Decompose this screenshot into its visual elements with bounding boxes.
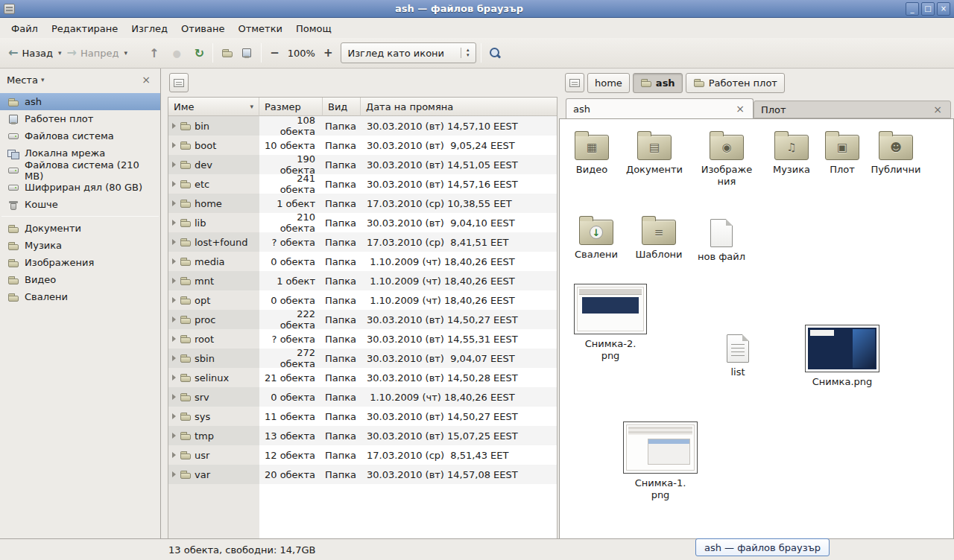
- expander-icon[interactable]: [172, 181, 176, 187]
- file-row[interactable]: mnt 1 обект Папка 1.10.2009 (чт) 18,40,2…: [168, 271, 557, 290]
- expander-icon[interactable]: [172, 394, 176, 400]
- home-button[interactable]: [218, 43, 237, 63]
- expander-icon[interactable]: [172, 452, 176, 458]
- icon-image-snimka-1[interactable]: Снимка-1.png: [619, 421, 701, 501]
- sidebar-close-icon[interactable]: ×: [139, 74, 154, 86]
- file-row[interactable]: home 1 обект Папка 17.03.2010 (ср) 10,38…: [168, 194, 557, 213]
- sidebar-item-trash[interactable]: Кошче: [0, 196, 160, 213]
- computer-button[interactable]: [237, 43, 256, 63]
- file-row[interactable]: etc 241 обекта Папка 30.03.2010 (вт) 14,…: [168, 174, 557, 194]
- sidebar-selector-chevron-icon[interactable]: ▾: [41, 76, 45, 83]
- icon-folder-downloads[interactable]: ↓ Свалени: [564, 214, 628, 261]
- sidebar-item-videos[interactable]: Видео: [0, 271, 160, 288]
- icon-image-snimka[interactable]: Снимка.png: [801, 325, 883, 388]
- toggle-location-entry-button[interactable]: [169, 73, 189, 92]
- icon-folder-public[interactable]: ☻ Публични: [864, 130, 928, 176]
- sidebar-item-music[interactable]: Музика: [0, 237, 160, 254]
- close-button[interactable]: ×: [937, 2, 950, 16]
- file-row[interactable]: media 0 обекта Папка 1.10.2009 (чт) 18,4…: [168, 252, 557, 271]
- expander-icon[interactable]: [172, 278, 176, 284]
- sidebar-item-filesystem[interactable]: Файлова система: [0, 127, 160, 144]
- toggle-location-entry-button[interactable]: [565, 73, 584, 92]
- reload-button[interactable]: ↻: [191, 42, 208, 64]
- maximize-button[interactable]: □: [921, 2, 935, 16]
- stop-button[interactable]: ●: [168, 44, 184, 63]
- expander-icon[interactable]: [172, 355, 176, 361]
- file-row[interactable]: sys 11 обекта Папка 30.03.2010 (вт) 14,5…: [168, 407, 557, 426]
- tab-plot[interactable]: Плот ×: [754, 101, 951, 118]
- tab-close-icon[interactable]: ×: [932, 104, 944, 115]
- file-row[interactable]: usr 12 обекта Папка 17.03.2010 (ср) 8,51…: [168, 445, 557, 465]
- icon-image-snimka-2[interactable]: Снимка-2.png: [569, 284, 651, 362]
- tab-close-icon[interactable]: ×: [734, 103, 746, 115]
- expander-icon[interactable]: [172, 220, 176, 226]
- sidebar-item-ash[interactable]: ash: [0, 93, 160, 110]
- minimize-button[interactable]: _: [906, 2, 919, 16]
- expander-icon[interactable]: [172, 413, 176, 419]
- expander-icon[interactable]: [172, 200, 176, 206]
- up-button[interactable]: ↑: [145, 42, 162, 64]
- taskbar-window-button[interactable]: ash — файлов браузър: [695, 538, 830, 556]
- breadcrumb-ash[interactable]: ash: [633, 73, 683, 93]
- tab-ash[interactable]: ash ×: [566, 98, 754, 118]
- column-header-type[interactable]: Вид: [323, 98, 361, 116]
- icon-file-list[interactable]: list: [706, 330, 770, 378]
- back-button[interactable]: ← Назад: [4, 43, 57, 63]
- forward-button[interactable]: → Напред: [63, 43, 123, 63]
- breadcrumb-desktop[interactable]: Работен плот: [686, 73, 785, 93]
- file-row[interactable]: proc 222 обекта Папка 30.03.2010 (вт) 14…: [168, 310, 557, 329]
- search-button[interactable]: [486, 44, 505, 63]
- file-row[interactable]: root ? обекта Папка 30.03.2010 (вт) 14,5…: [168, 329, 557, 349]
- sidebar-item-encrypted-volume[interactable]: Шифриран дял (80 GB): [0, 179, 160, 196]
- file-row[interactable]: sbin 272 обекта Папка 30.03.2010 (вт) 9,…: [168, 349, 557, 368]
- file-row[interactable]: srv 0 обекта Папка 1.10.2009 (чт) 18,40,…: [168, 387, 557, 407]
- file-row[interactable]: dev 190 обекта Папка 30.03.2010 (вт) 14,…: [168, 155, 557, 174]
- breadcrumb-home[interactable]: home: [587, 73, 630, 93]
- sidebar-item-pictures[interactable]: Изображения: [0, 254, 160, 271]
- column-header-date[interactable]: Дата на промяна: [361, 98, 557, 116]
- column-header-name[interactable]: Име ▾: [168, 98, 259, 116]
- file-row[interactable]: lib 210 обекта Папка 30.03.2010 (вт) 9,0…: [168, 213, 557, 232]
- file-row[interactable]: boot 10 обекта Папка 30.03.2010 (вт) 9,0…: [168, 136, 557, 155]
- expander-icon[interactable]: [172, 375, 176, 381]
- sidebar-item-desktop[interactable]: Работен плот: [0, 110, 160, 127]
- menu-go[interactable]: Отиване: [174, 20, 231, 37]
- icon-folder-videos[interactable]: ▦ Видео: [560, 130, 624, 176]
- menu-file[interactable]: Файл: [4, 20, 45, 37]
- icon-folder-templates[interactable]: ≡ Шаблони: [627, 214, 691, 261]
- expander-icon[interactable]: [172, 297, 176, 303]
- file-row[interactable]: var 20 обекта Папка 30.03.2010 (вт) 14,5…: [168, 465, 557, 484]
- forward-history-chevron-icon[interactable]: ▾: [122, 45, 129, 61]
- sidebar-item-downloads[interactable]: Свалени: [0, 288, 160, 305]
- file-row[interactable]: bin 108 обекта Папка 30.03.2010 (вт) 14,…: [168, 116, 557, 136]
- menu-edit[interactable]: Редактиране: [45, 20, 124, 37]
- menu-view[interactable]: Изглед: [124, 20, 174, 37]
- view-mode-combo[interactable]: Изглед като икони ▴▾: [341, 42, 476, 63]
- expander-icon[interactable]: [172, 162, 176, 168]
- file-row[interactable]: lost+found ? обекта Папка 17.03.2010 (ср…: [168, 232, 557, 252]
- window-menu-icon[interactable]: [4, 4, 15, 14]
- expander-icon[interactable]: [172, 336, 176, 342]
- zoom-out-button[interactable]: −: [266, 42, 283, 63]
- icon-folder-documents[interactable]: ▤ Документи: [622, 130, 686, 176]
- file-row[interactable]: selinux 21 обекта Папка 30.03.2010 (вт) …: [168, 368, 557, 387]
- menu-help[interactable]: Помощ: [289, 20, 338, 37]
- expander-icon[interactable]: [172, 471, 176, 477]
- back-history-chevron-icon[interactable]: ▾: [57, 45, 63, 61]
- sidebar-item-filesystem-210mb[interactable]: Файлова система (210 MB): [0, 162, 160, 179]
- sidebar-item-documents[interactable]: Документи: [0, 220, 160, 237]
- expander-icon[interactable]: [172, 258, 176, 264]
- titlebar[interactable]: ash — файлов браузър _ □ ×: [0, 0, 954, 18]
- icon-folder-pictures[interactable]: ◉ Изображения: [693, 130, 760, 188]
- file-row[interactable]: tmp 13 обекта Папка 30.03.2010 (вт) 15,0…: [168, 426, 557, 445]
- expander-icon[interactable]: [172, 316, 176, 322]
- column-header-size[interactable]: Размер: [259, 98, 323, 116]
- expander-icon[interactable]: [172, 239, 176, 245]
- expander-icon[interactable]: [172, 433, 176, 439]
- file-row[interactable]: opt 0 обекта Папка 1.10.2009 (чт) 18,40,…: [168, 290, 557, 310]
- expander-icon[interactable]: [172, 123, 176, 129]
- zoom-in-button[interactable]: +: [320, 42, 337, 63]
- icon-view[interactable]: ▦ Видео ▤ Документи ◉ Изображения ♫: [559, 118, 954, 538]
- icon-file-new-file[interactable]: нов файл: [689, 214, 754, 263]
- expander-icon[interactable]: [172, 142, 176, 148]
